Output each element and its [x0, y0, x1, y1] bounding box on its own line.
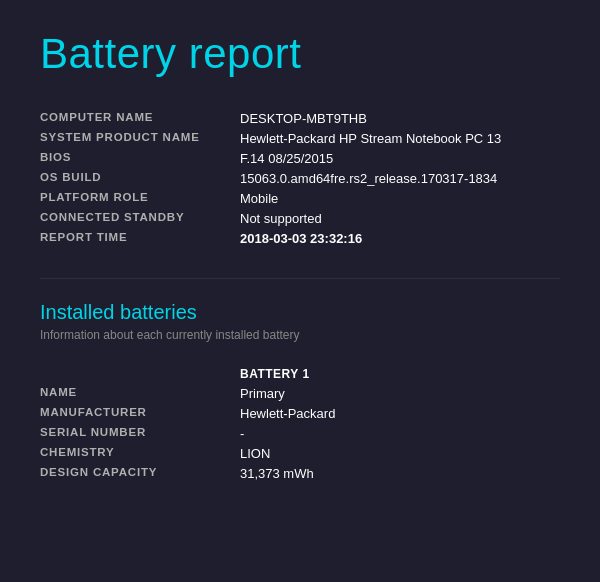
system-info-value: Not supported — [240, 208, 560, 228]
battery-info-label: SERIAL NUMBER — [40, 423, 240, 443]
system-info-label: PLATFORM ROLE — [40, 188, 240, 208]
system-info-label: OS BUILD — [40, 168, 240, 188]
installed-batteries-title: Installed batteries — [40, 301, 560, 324]
battery-info-label: MANUFACTURER — [40, 403, 240, 423]
system-info-row: BIOSF.14 08/25/2015 — [40, 148, 560, 168]
battery-info-row: DESIGN CAPACITY31,373 mWh — [40, 463, 560, 483]
system-info-row: OS BUILD15063.0.amd64fre.rs2_release.170… — [40, 168, 560, 188]
system-info-row: CONNECTED STANDBYNot supported — [40, 208, 560, 228]
system-info-value: F.14 08/25/2015 — [240, 148, 560, 168]
battery-column-header: BATTERY 1 — [240, 364, 560, 383]
system-info-label: BIOS — [40, 148, 240, 168]
battery-info-value: 31,373 mWh — [240, 463, 560, 483]
battery-info-label: NAME — [40, 383, 240, 403]
installed-batteries-subtitle: Information about each currently install… — [40, 328, 560, 342]
battery-header-row: BATTERY 1 — [40, 364, 560, 383]
battery-header-spacer — [40, 364, 240, 383]
battery-info-label: CHEMISTRY — [40, 443, 240, 463]
battery-info-value: Hewlett-Packard — [240, 403, 560, 423]
system-info-value: Hewlett-Packard HP Stream Notebook PC 13 — [240, 128, 560, 148]
system-info-row: REPORT TIME2018-03-03 23:32:16 — [40, 228, 560, 248]
system-info-value: Mobile — [240, 188, 560, 208]
system-info-value: 15063.0.amd64fre.rs2_release.170317-1834 — [240, 168, 560, 188]
battery-info-table: BATTERY 1 NAMEPrimaryMANUFACTURERHewlett… — [40, 364, 560, 483]
system-info-value: 2018-03-03 23:32:16 — [240, 228, 560, 248]
page-title: Battery report — [40, 30, 560, 78]
battery-info-value: LION — [240, 443, 560, 463]
system-info-label: SYSTEM PRODUCT NAME — [40, 128, 240, 148]
battery-info-row: NAMEPrimary — [40, 383, 560, 403]
system-info-label: REPORT TIME — [40, 228, 240, 248]
system-info-row: SYSTEM PRODUCT NAMEHewlett-Packard HP St… — [40, 128, 560, 148]
system-info-label: CONNECTED STANDBY — [40, 208, 240, 228]
section-divider — [40, 278, 560, 279]
battery-info-value: Primary — [240, 383, 560, 403]
system-info-row: PLATFORM ROLEMobile — [40, 188, 560, 208]
system-info-row: COMPUTER NAMEDESKTOP-MBT9THB — [40, 108, 560, 128]
battery-info-row: SERIAL NUMBER- — [40, 423, 560, 443]
battery-info-row: MANUFACTURERHewlett-Packard — [40, 403, 560, 423]
battery-info-value: - — [240, 423, 560, 443]
battery-info-row: CHEMISTRYLION — [40, 443, 560, 463]
system-info-table: COMPUTER NAMEDESKTOP-MBT9THBSYSTEM PRODU… — [40, 108, 560, 248]
system-info-value: DESKTOP-MBT9THB — [240, 108, 560, 128]
system-info-label: COMPUTER NAME — [40, 108, 240, 128]
battery-info-label: DESIGN CAPACITY — [40, 463, 240, 483]
page-container: Battery report COMPUTER NAMEDESKTOP-MBT9… — [0, 0, 600, 582]
